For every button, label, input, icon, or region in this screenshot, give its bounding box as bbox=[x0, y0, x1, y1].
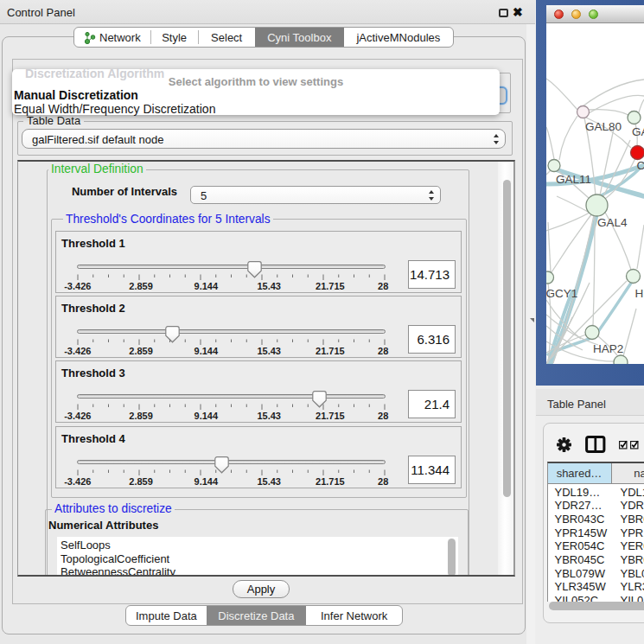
svg-text:GAL11: GAL11 bbox=[556, 173, 591, 186]
svg-text:HI: HI bbox=[635, 287, 644, 300]
svg-text:CY: CY bbox=[637, 159, 644, 172]
svg-text:HAP2: HAP2 bbox=[593, 342, 623, 355]
svg-text:GAL4: GAL4 bbox=[597, 216, 628, 229]
svg-text:GCY1: GCY1 bbox=[546, 287, 577, 300]
svg-text:GAL: GAL bbox=[632, 125, 644, 138]
svg-text:GAL80: GAL80 bbox=[585, 120, 622, 133]
